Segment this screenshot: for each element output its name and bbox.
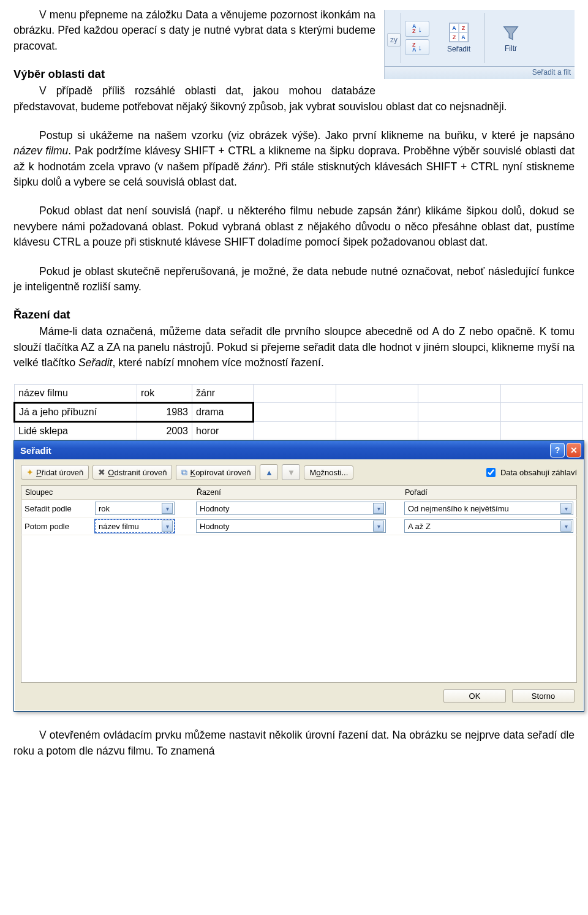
ribbon-tab-stub: zy xyxy=(387,33,401,47)
sheet-header-row: název filmu rok žánr xyxy=(15,385,583,403)
paragraph-p3: Postup si ukážeme na našem vzorku (viz o… xyxy=(13,128,575,190)
chevron-down-icon: ▾ xyxy=(560,503,571,514)
filter-button-label: Filtr xyxy=(505,44,517,53)
options-button[interactable]: Možnosti... xyxy=(304,465,353,480)
column-dropdown[interactable]: rok ▾ xyxy=(95,502,175,515)
sheet-cell[interactable]: Lidé sklepa xyxy=(15,422,137,440)
ribbon-snippet: zy AZ ↓ ZA ↓ AZ ZA Seřadit xyxy=(384,10,575,79)
cancel-button[interactable]: Storno xyxy=(512,689,575,703)
delete-level-button[interactable]: ✖ Odstranit úroveň xyxy=(92,465,172,480)
sort-levels-table: Sloupec Řazení Pořadí Seřadit podle rok … xyxy=(21,485,577,535)
dialog-toolbar: ✦ PPřidat úroveňřidat úroveň ✖ Odstranit… xyxy=(21,464,577,485)
ribbon-group-label: Seřadit a filt xyxy=(385,67,575,79)
paragraph-p7: V otevřeném ovládacím prvku můžeme nasta… xyxy=(13,728,575,759)
sort-level-row: Potom podle název filmu ▾ Hodnoty ▾ xyxy=(21,518,577,535)
sheet-header-cell[interactable]: žánr xyxy=(192,385,254,403)
chevron-down-icon: ▾ xyxy=(162,503,173,514)
col-header-column: Sloupec xyxy=(21,486,194,500)
arrow-down-icon: ↓ xyxy=(418,43,423,52)
sort-dialog: Seřadit ? ✕ ✦ PPřidat úroveňřidat úroveň… xyxy=(13,440,584,712)
sheet-row: Já a jeho příbuzní 1983 drama xyxy=(15,403,583,422)
chevron-down-icon: ▾ xyxy=(373,503,384,514)
sort-grid-icon: AZ ZA xyxy=(449,23,469,42)
arrow-down-icon: ▼ xyxy=(287,468,295,477)
chevron-down-icon: ▾ xyxy=(560,521,571,532)
ok-button[interactable]: OK xyxy=(443,689,506,703)
sort-level-row: Seřadit podle rok ▾ Hodnoty ▾ xyxy=(21,500,577,518)
order-dropdown[interactable]: Od nejmenšího k největšímu ▾ xyxy=(404,502,573,515)
close-icon: ✕ xyxy=(570,445,578,455)
help-icon: ? xyxy=(555,445,560,455)
sheet-cell[interactable]: 2003 xyxy=(137,422,192,440)
sort-button-label: Seřadit xyxy=(447,45,470,53)
paragraph-p2: V případě příliš rozsáhlé oblasti dat, j… xyxy=(13,83,575,115)
dialog-titlebar: Seřadit ? ✕ xyxy=(14,441,584,459)
col-header-order: Pořadí xyxy=(401,486,577,500)
sheet-header-cell[interactable]: název filmu xyxy=(15,385,137,403)
has-header-checkbox[interactable]: Data obsahují záhlaví xyxy=(484,466,577,479)
paragraph-p4: Pokud oblast dat není souvislá (např. u … xyxy=(13,203,575,250)
plus-icon: ✦ xyxy=(26,467,34,477)
copy-icon: ⧉ xyxy=(181,467,187,478)
help-button[interactable]: ? xyxy=(550,443,565,457)
chevron-down-icon: ▾ xyxy=(162,521,173,532)
close-button[interactable]: ✕ xyxy=(567,443,581,457)
filter-button[interactable]: Filtr xyxy=(489,15,533,62)
sort-table-empty-area xyxy=(21,535,577,683)
sheet-header-cell[interactable]: rok xyxy=(137,385,192,403)
ribbon-small-sort-buttons: AZ ↓ ZA ↓ xyxy=(401,10,433,66)
spreadsheet-preview: název filmu rok žánr Já a jeho příbuzní … xyxy=(13,384,583,440)
arrow-down-icon: ↓ xyxy=(418,24,423,34)
delete-icon: ✖ xyxy=(98,467,105,477)
checkbox-input[interactable] xyxy=(486,468,496,477)
dialog-footer: OK Storno xyxy=(21,683,577,706)
copy-level-button[interactable]: ⧉ Kopírovat úroveň xyxy=(176,465,256,480)
column-dropdown[interactable]: název filmu ▾ xyxy=(95,519,175,533)
order-dropdown[interactable]: A až Z ▾ xyxy=(404,519,573,533)
paragraph-p5: Pokud je oblast skutečně nepřerušovaná, … xyxy=(13,264,575,295)
sheet-cell[interactable]: drama xyxy=(192,403,254,422)
sort-ascending-button[interactable]: AZ ↓ xyxy=(405,21,429,37)
funnel-icon xyxy=(502,24,520,44)
chevron-down-icon: ▾ xyxy=(373,521,384,532)
paragraph-p6: Máme-li data označená, můžeme data seřad… xyxy=(13,324,575,371)
sort-dialog-button[interactable]: AZ ZA Seřadit xyxy=(437,15,481,62)
sorton-dropdown[interactable]: Hodnoty ▾ xyxy=(196,519,386,533)
add-level-button[interactable]: ✦ PPřidat úroveňřidat úroveň xyxy=(21,465,89,480)
sortby-label: Seřadit podle xyxy=(21,500,92,518)
sheet-cell[interactable]: 1983 xyxy=(137,403,192,422)
dialog-title: Seřadit xyxy=(20,445,51,456)
thenby-label: Potom podle xyxy=(21,518,92,535)
move-up-button[interactable]: ▲ xyxy=(260,464,278,480)
col-header-sorton: Řazení xyxy=(193,486,401,500)
move-down-button[interactable]: ▼ xyxy=(282,464,300,480)
sheet-cell[interactable]: Já a jeho příbuzní xyxy=(15,403,137,422)
az-icon: AZ xyxy=(412,24,417,34)
sheet-cell[interactable]: horor xyxy=(192,422,254,440)
sorton-dropdown[interactable]: Hodnoty ▾ xyxy=(196,502,386,515)
za-icon: ZA xyxy=(412,42,417,52)
checkbox-label: Data obsahují záhlaví xyxy=(500,468,577,477)
heading-razeni-dat: Řazení dat xyxy=(13,308,575,322)
sort-descending-button[interactable]: ZA ↓ xyxy=(405,39,429,55)
arrow-up-icon: ▲ xyxy=(265,468,273,477)
sheet-row: Lidé sklepa 2003 horor xyxy=(15,422,583,440)
